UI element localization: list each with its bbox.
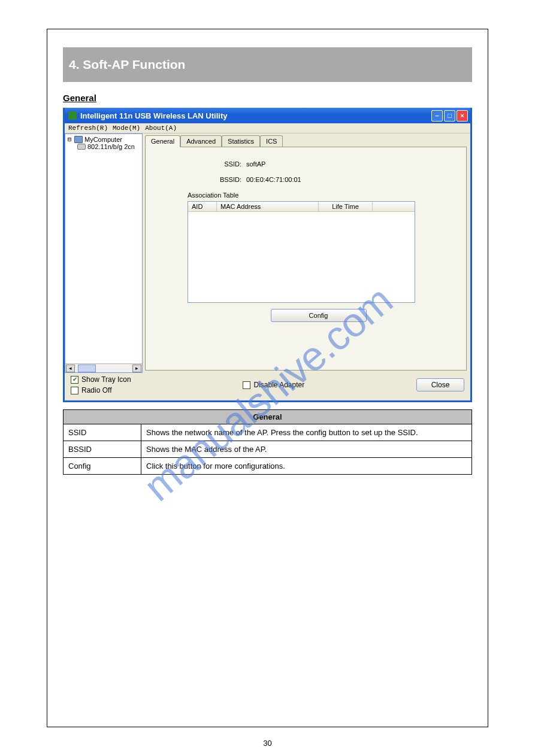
config-button[interactable]: Config — [271, 309, 367, 322]
table-header-cell: General — [64, 410, 472, 424]
chapter-heading-text: 4. Soft-AP Function — [69, 57, 185, 72]
page-border: 4. Soft-AP Function General Intelligent … — [47, 29, 488, 727]
tab-advanced[interactable]: Advanced — [180, 135, 222, 147]
description-table: General SSID Shows the network name of t… — [63, 409, 472, 475]
close-window-button[interactable]: × — [457, 110, 468, 122]
maximize-button[interactable]: □ — [444, 110, 455, 122]
menu-refresh[interactable]: Refresh(R) — [68, 125, 108, 132]
horizontal-scrollbar[interactable]: ◂ ▸ — [65, 363, 142, 372]
table-key: Config — [64, 458, 141, 475]
ssid-value: softAP — [246, 160, 265, 168]
table-value: Click this button for more configuration… — [141, 458, 472, 475]
show-tray-label: Show Tray Icon — [81, 375, 131, 384]
table-header-row: General — [64, 410, 472, 424]
bottom-bar: Show Tray Icon Radio Off Disable Adapter… — [65, 373, 470, 400]
col-mac[interactable]: MAC Address — [217, 202, 319, 211]
scroll-right-button[interactable]: ▸ — [132, 365, 141, 372]
app-icon — [68, 111, 77, 120]
table-value: Shows the network name of the AP. Press … — [141, 424, 472, 441]
ssid-label: SSID: — [205, 160, 241, 168]
scroll-left-button[interactable]: ◂ — [66, 365, 75, 372]
tree-device-row[interactable]: 802.11n/b/g 2cn — [67, 143, 141, 150]
section-title: General — [63, 93, 472, 103]
menu-mode[interactable]: Mode(M) — [113, 125, 140, 132]
association-table[interactable]: AID MAC Address Life Time — [188, 201, 415, 303]
col-lifetime[interactable]: Life Time — [319, 202, 373, 211]
tab-statistics[interactable]: Statistics — [222, 135, 260, 147]
tab-ics[interactable]: ICS — [260, 135, 283, 147]
close-button[interactable]: Close — [416, 378, 464, 391]
radio-off-checkbox[interactable]: Radio Off — [71, 386, 131, 394]
tab-strip: General Advanced Statistics ICS — [144, 133, 470, 147]
tab-body: SSID: softAP BSSID: 00:E0:4C:71:00:01 As… — [145, 147, 467, 371]
titlebar[interactable]: Intelligent 11n USB Wireless LAN Utility… — [65, 108, 470, 123]
computer-icon — [74, 136, 83, 143]
minimize-button[interactable]: – — [431, 110, 443, 122]
table-row: BSSID Shows the MAC address of the AP. — [64, 441, 472, 458]
chapter-heading-bar: 4. Soft-AP Function — [63, 47, 472, 82]
tree-root-label: MyComputer — [84, 136, 122, 143]
radio-off-label: Radio Off — [81, 386, 111, 394]
bssid-label: BSSID: — [205, 176, 241, 183]
adapter-icon — [77, 144, 86, 150]
checkbox-icon — [71, 376, 78, 384]
tree-device-label: 802.11n/b/g 2cn — [87, 143, 135, 150]
menu-about[interactable]: About(A) — [145, 125, 177, 132]
show-tray-checkbox[interactable]: Show Tray Icon — [71, 375, 131, 384]
table-row: Config Click this button for more config… — [64, 458, 472, 475]
tab-general[interactable]: General — [145, 135, 180, 147]
checkbox-icon — [71, 387, 78, 394]
window-title: Intelligent 11n USB Wireless LAN Utility — [80, 111, 227, 120]
checkbox-icon — [243, 381, 250, 389]
app-window: Intelligent 11n USB Wireless LAN Utility… — [63, 108, 472, 402]
bssid-value: 00:E0:4C:71:00:01 — [246, 176, 301, 183]
page-number: 30 — [263, 739, 271, 748]
table-key: BSSID — [64, 441, 141, 458]
window-buttons: – □ × — [431, 110, 468, 122]
association-table-header: AID MAC Address Life Time — [188, 202, 415, 212]
disable-adapter-label: Disable Adapter — [253, 381, 304, 389]
disable-adapter-checkbox[interactable]: Disable Adapter — [243, 381, 304, 389]
scroll-track[interactable] — [75, 365, 132, 372]
menubar: Refresh(R) Mode(M) About(A) — [65, 123, 470, 133]
table-value: Shows the MAC address of the AP. — [141, 441, 472, 458]
table-row: SSID Shows the network name of the AP. P… — [64, 424, 472, 441]
client-area: ⊟ MyComputer 802.11n/b/g 2cn ◂ ▸ — [65, 133, 470, 373]
scroll-thumb[interactable] — [78, 365, 96, 372]
tab-pane: General Advanced Statistics ICS SSID: so… — [144, 133, 470, 373]
collapse-icon[interactable]: ⊟ — [67, 135, 72, 143]
association-table-title: Association Table — [188, 192, 449, 199]
tree-root-row[interactable]: ⊟ MyComputer — [67, 135, 141, 143]
col-aid[interactable]: AID — [188, 202, 217, 211]
device-tree[interactable]: ⊟ MyComputer 802.11n/b/g 2cn ◂ ▸ — [65, 133, 143, 373]
table-key: SSID — [64, 424, 141, 441]
